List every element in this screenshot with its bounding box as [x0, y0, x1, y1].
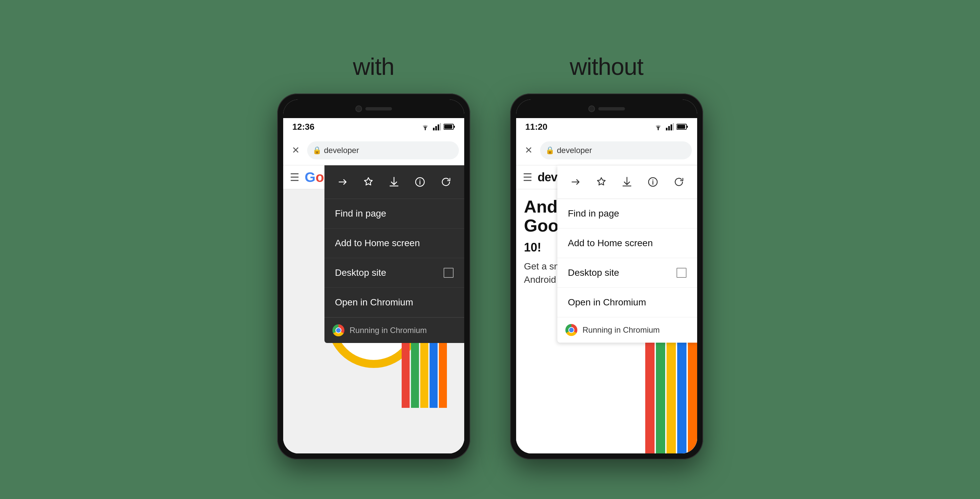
svg-point-0 [425, 129, 426, 130]
right-phone-frame: 11:20 [510, 94, 703, 459]
svg-point-9 [420, 180, 421, 181]
svg-rect-12 [668, 126, 670, 130]
right-menu-find-in-page[interactable]: Find in page [557, 199, 697, 229]
right-phone-inner: 11:20 [516, 100, 697, 453]
left-menu-desktop-site[interactable]: Desktop site [325, 258, 464, 288]
right-menu-download-btn[interactable] [618, 173, 636, 191]
left-status-icons [420, 123, 455, 130]
right-menu-toolbar [557, 165, 697, 199]
svg-point-19 [652, 180, 654, 181]
left-menu-info-btn[interactable] [411, 173, 429, 191]
left-url: developer [324, 146, 359, 155]
svg-rect-14 [673, 123, 674, 130]
right-time: 11:20 [525, 122, 548, 132]
left-close-btn[interactable]: ✕ [288, 143, 303, 158]
right-desktop-checkbox[interactable] [676, 268, 687, 278]
right-address-bar[interactable]: 🔒 developer [540, 141, 692, 159]
left-menu-toolbar [325, 165, 464, 199]
left-page-wrapper: ☰ Google I/O [283, 165, 464, 453]
right-url: developer [557, 146, 592, 155]
right-menu-refresh-btn[interactable] [670, 173, 687, 191]
svg-rect-2 [435, 126, 437, 130]
right-close-btn[interactable]: ✕ [522, 143, 536, 158]
left-status-bar: 12:36 [283, 118, 464, 135]
left-menu-open-chromium[interactable]: Open in Chromium [325, 288, 464, 317]
with-section: with 12:36 [277, 53, 470, 459]
left-phone-frame: 12:36 [277, 94, 470, 459]
battery-icon [444, 124, 455, 130]
wifi-icon [420, 123, 430, 130]
svg-rect-11 [666, 128, 668, 130]
right-page-wrapper: ☰ develop [516, 165, 697, 453]
left-menu-star-btn[interactable] [360, 173, 377, 191]
svg-rect-13 [671, 124, 672, 130]
left-menu-refresh-btn[interactable] [437, 173, 455, 191]
right-camera [588, 105, 595, 112]
comparison-container: with 12:36 [277, 40, 703, 459]
right-menu-add-to-home[interactable]: Add to Home screen [557, 229, 697, 258]
svg-point-10 [657, 129, 659, 130]
right-browser-chrome: ✕ 🔒 developer [516, 135, 697, 165]
with-label: with [353, 53, 394, 80]
left-dark-menu: Find in page Add to Home screen Desktop … [325, 165, 464, 343]
right-lock-icon: 🔒 [546, 146, 554, 155]
left-desktop-checkbox[interactable] [444, 268, 453, 278]
left-menu-find-in-page[interactable]: Find in page [325, 199, 464, 229]
right-menu-open-chromium[interactable]: Open in Chromium [557, 288, 697, 317]
left-menu-add-to-home[interactable]: Add to Home screen [325, 229, 464, 258]
svg-rect-4 [440, 123, 441, 130]
right-signal-icon [666, 123, 674, 130]
right-running-text: Running in Chromium [583, 325, 660, 335]
left-menu-forward-btn[interactable] [334, 173, 351, 191]
left-running-text: Running in Chromium [350, 326, 427, 335]
left-time: 12:36 [293, 122, 315, 132]
svg-rect-16 [687, 126, 688, 128]
left-chromium-icon [332, 324, 344, 336]
right-speaker [598, 107, 625, 110]
svg-rect-7 [444, 125, 452, 129]
right-menu-star-btn[interactable] [593, 173, 610, 191]
left-menu-download-btn[interactable] [385, 173, 402, 191]
right-hamburger-icon: ☰ [523, 171, 533, 184]
svg-rect-1 [433, 128, 434, 130]
without-label: without [570, 53, 643, 80]
svg-rect-17 [677, 125, 685, 129]
left-menu-footer: Running in Chromium [325, 317, 464, 343]
left-speaker [365, 107, 392, 110]
left-notch [283, 100, 464, 118]
right-status-icons [653, 123, 688, 130]
without-section: without 11:20 [510, 53, 703, 459]
svg-rect-6 [453, 126, 455, 128]
svg-rect-3 [438, 124, 439, 130]
right-status-bar: 11:20 [516, 118, 697, 135]
right-menu-desktop-site[interactable]: Desktop site [557, 258, 697, 288]
right-menu-info-btn[interactable] [644, 173, 662, 191]
right-chromium-icon [565, 324, 578, 336]
right-wifi-icon [653, 123, 663, 130]
left-hamburger-icon: ☰ [290, 171, 299, 184]
right-light-menu: Find in page Add to Home screen Desktop … [557, 165, 697, 343]
right-menu-forward-btn[interactable] [567, 173, 584, 191]
left-camera [355, 105, 362, 112]
right-menu-footer: Running in Chromium [557, 317, 697, 343]
left-phone-inner: 12:36 [283, 100, 464, 453]
right-notch [516, 100, 697, 118]
right-battery-icon [676, 124, 688, 130]
signal-icon [433, 123, 441, 130]
left-lock-icon: 🔒 [312, 146, 321, 155]
left-browser-chrome: ✕ 🔒 developer [283, 135, 464, 165]
left-address-bar[interactable]: 🔒 developer [307, 141, 459, 159]
